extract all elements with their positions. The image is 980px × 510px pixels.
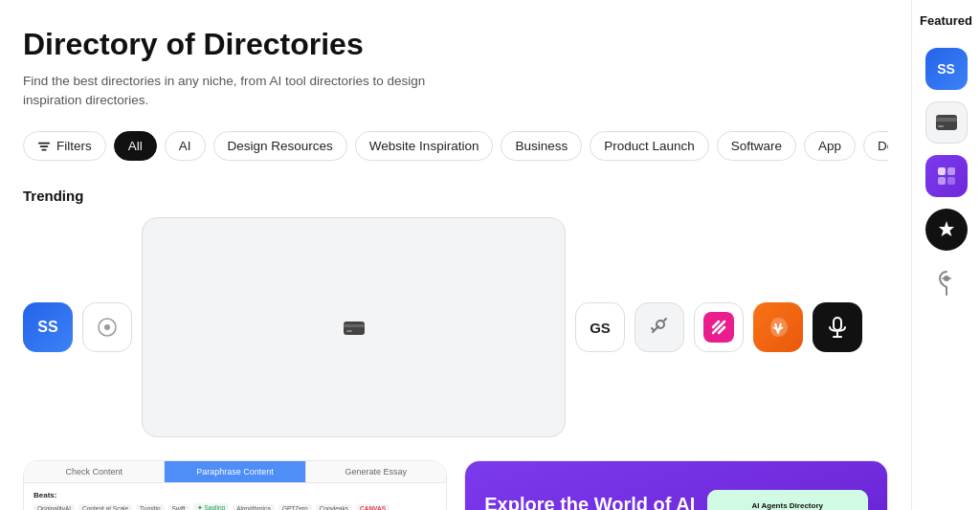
sidebar-icon-purple[interactable] xyxy=(925,155,968,197)
card1-brands: OriginalityAI Content at Scale Turnitin … xyxy=(33,503,436,510)
svg-rect-19 xyxy=(947,177,955,185)
filter-website-inspiration[interactable]: Website Inspiration xyxy=(355,131,494,161)
filter-design-resources[interactable]: Design Resources xyxy=(213,131,347,161)
sidebar-icon-star[interactable] xyxy=(925,209,968,251)
trending-icon-pink[interactable] xyxy=(694,302,744,352)
sidebar-icon-card[interactable] xyxy=(925,101,968,144)
featured-label: Featured xyxy=(920,13,972,28)
sidebar-icon-pin[interactable] xyxy=(925,262,968,304)
svg-rect-6 xyxy=(344,324,365,327)
sidebar-icon-ss[interactable]: SS xyxy=(925,48,968,90)
svg-rect-15 xyxy=(938,125,944,127)
trending-icon-card[interactable] xyxy=(142,217,566,437)
svg-rect-10 xyxy=(834,318,841,330)
trending-icon-mic[interactable] xyxy=(813,302,862,352)
trending-icon-gs[interactable]: GS xyxy=(575,302,625,352)
page-title: Directory of Directories xyxy=(23,27,888,62)
filters-button[interactable]: Filters xyxy=(23,131,106,161)
card1-tab-generate[interactable]: Generate Essay xyxy=(306,461,446,482)
card1-tab-paraphrase[interactable]: Paraphrase Content xyxy=(165,461,305,482)
card-grid: Check Content Paraphrase Content Generat… xyxy=(23,460,888,510)
brand-copyleaks: Copyleaks xyxy=(316,504,352,510)
trending-title: Trending xyxy=(23,188,83,204)
card-paraphrase[interactable]: Check Content Paraphrase Content Generat… xyxy=(23,460,447,510)
filter-development[interactable]: Developmen… xyxy=(863,131,888,161)
svg-rect-14 xyxy=(936,118,957,122)
card2-left: Explore the World of AI Agents and Frame… xyxy=(484,492,696,510)
filter-all[interactable]: All xyxy=(114,131,157,161)
brand-canvas: CANVAS xyxy=(356,504,390,510)
trending-header: Trending xyxy=(23,188,888,204)
sidebar: Featured SS xyxy=(911,0,980,510)
filters-label: Filters xyxy=(56,139,92,153)
filter-icon xyxy=(37,140,51,153)
filter-app[interactable]: App xyxy=(804,131,856,161)
card2-table-title: AI Agents Directory xyxy=(752,501,823,510)
svg-rect-7 xyxy=(346,330,352,332)
featured-label-container: Featured xyxy=(912,11,980,29)
card1-tab-check[interactable]: Check Content xyxy=(24,461,165,482)
brand-turnitin: Turnitin xyxy=(136,504,164,510)
brand-sapling: ✦ Sapling xyxy=(193,503,230,510)
card-ai-agents[interactable]: Explore the World of AI Agents and Frame… xyxy=(464,460,888,510)
trending-icon-tools[interactable] xyxy=(635,302,684,352)
card1-beats-label: Beats: xyxy=(33,491,436,499)
svg-rect-13 xyxy=(936,115,957,130)
brand-originality: OriginalityAI xyxy=(33,504,75,510)
trending-icon-orange[interactable] xyxy=(753,302,803,352)
card1-tabs: Check Content Paraphrase Content Generat… xyxy=(24,461,446,483)
svg-rect-5 xyxy=(344,322,365,335)
svg-rect-16 xyxy=(938,167,946,175)
filter-bar: Filters All AI Design Resources Website … xyxy=(23,131,888,161)
brand-swift: Swift xyxy=(168,504,189,510)
svg-point-8 xyxy=(657,321,664,328)
page-subtitle: Find the best directories in any niche, … xyxy=(23,72,434,111)
svg-point-4 xyxy=(104,324,110,330)
svg-rect-17 xyxy=(947,167,955,175)
card2-right: AI Agents Directory xyxy=(707,490,868,510)
brand-algo: Algorithmica xyxy=(233,504,275,510)
brand-contentatscale: Content at Scale xyxy=(78,504,132,510)
filter-product-launch[interactable]: Product Launch xyxy=(590,131,709,161)
brand-gptzero: GPTZero xyxy=(278,504,312,510)
filter-ai[interactable]: AI xyxy=(165,131,206,161)
trending-icon-ss[interactable]: SS xyxy=(23,302,73,352)
filter-business[interactable]: Business xyxy=(501,131,582,161)
filter-software[interactable]: Software xyxy=(717,131,796,161)
card2-title: Explore the World of AI Agents and Frame… xyxy=(484,492,696,510)
svg-rect-18 xyxy=(938,177,946,185)
trending-icon-dot[interactable] xyxy=(82,302,132,352)
trending-icons: SS GS xyxy=(23,217,888,437)
